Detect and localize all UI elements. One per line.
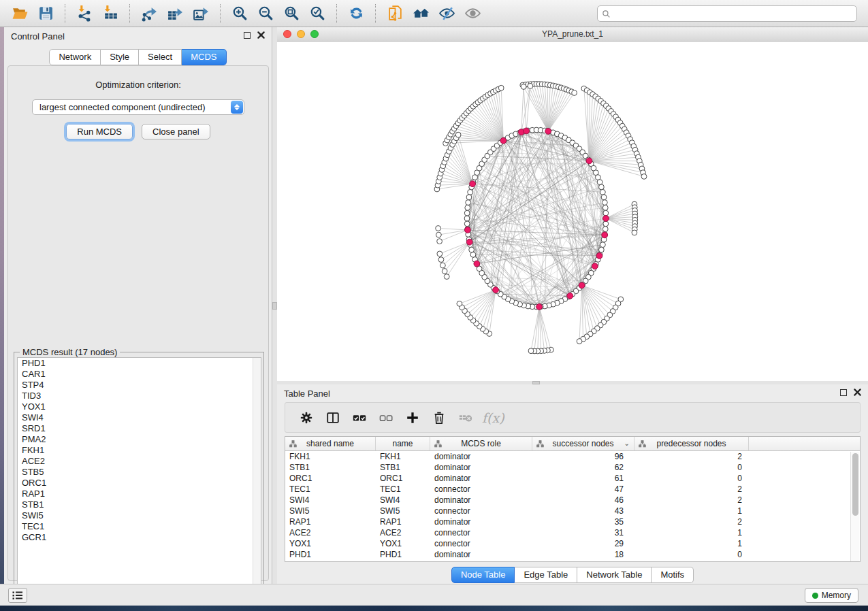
mcds-result-item[interactable]: STP4 bbox=[18, 380, 261, 391]
function-builder-icon[interactable]: f(x) bbox=[482, 410, 504, 425]
search-field[interactable] bbox=[597, 5, 857, 22]
network-graph[interactable] bbox=[277, 42, 868, 380]
desktop-wallpaper-bottom bbox=[0, 606, 868, 611]
criterion-dropdown[interactable]: largest connected component (undirected) bbox=[32, 99, 244, 115]
column-header-shared-name[interactable]: shared name bbox=[285, 437, 376, 450]
mcds-result-item[interactable]: YOX1 bbox=[18, 401, 261, 412]
mcds-result-item[interactable]: CAR1 bbox=[18, 369, 261, 380]
table-row[interactable]: PHD1PHD1dominator180 bbox=[285, 549, 860, 560]
table-row[interactable]: TEC1TEC1connector472 bbox=[285, 484, 860, 495]
mcds-result-item[interactable]: STB5 bbox=[18, 467, 261, 478]
table-scrollbar[interactable] bbox=[850, 452, 859, 561]
run-mcds-button[interactable]: Run MCDS bbox=[66, 124, 133, 139]
maximize-window-icon[interactable] bbox=[310, 30, 319, 38]
select-all-icon[interactable] bbox=[348, 408, 371, 428]
control-panel-tabs: Network Style Select MCDS bbox=[4, 49, 272, 65]
divider-handle[interactable] bbox=[272, 302, 277, 310]
table-row[interactable]: ORC1ORC1dominator610 bbox=[285, 473, 860, 484]
open-file-icon[interactable] bbox=[10, 3, 30, 24]
network-window-title: YPA_prune.txt_1 bbox=[542, 29, 603, 39]
table-cell: ACE2 bbox=[285, 528, 376, 538]
result-list-scrollbar[interactable] bbox=[253, 358, 261, 601]
delete-column-icon[interactable] bbox=[428, 408, 451, 428]
mcds-result-item[interactable]: PHD1 bbox=[18, 358, 261, 369]
tab-edge-table[interactable]: Edge Table bbox=[515, 567, 577, 583]
save-icon[interactable] bbox=[35, 3, 56, 24]
float-panel-icon[interactable] bbox=[840, 389, 847, 396]
mcds-result-item[interactable]: TEC1 bbox=[18, 521, 261, 532]
table-cell: 0 bbox=[634, 550, 749, 559]
import-network-icon[interactable] bbox=[74, 3, 95, 24]
zoom-fit-icon[interactable] bbox=[281, 3, 302, 24]
close-window-icon[interactable] bbox=[283, 30, 291, 38]
table-row[interactable]: ACE2ACE2connector311 bbox=[285, 527, 860, 538]
hide-eye-icon[interactable] bbox=[436, 3, 457, 24]
table-cell: SWI4 bbox=[285, 495, 376, 505]
float-panel-icon[interactable] bbox=[244, 32, 251, 39]
table-row[interactable]: SWI4SWI4dominator462 bbox=[285, 495, 860, 506]
memory-button[interactable]: Memory bbox=[805, 588, 858, 603]
mcds-result-item[interactable]: RAP1 bbox=[18, 489, 261, 499]
table-cell: connector bbox=[430, 539, 532, 548]
table-row[interactable]: STB1STB1dominator620 bbox=[285, 462, 860, 473]
column-header-MCDS-role[interactable]: MCDS role bbox=[430, 437, 532, 450]
deselect-all-icon[interactable] bbox=[374, 408, 398, 428]
search-input[interactable] bbox=[613, 9, 852, 18]
mcds-result-item[interactable]: ORC1 bbox=[18, 478, 261, 489]
network-window-titlebar[interactable]: YPA_prune.txt_1 bbox=[277, 27, 868, 42]
column-header-successor-nodes[interactable]: successor nodes⌄ bbox=[532, 437, 634, 450]
mcds-result-item[interactable]: SRD1 bbox=[18, 423, 261, 434]
export-network-icon[interactable] bbox=[139, 3, 159, 24]
table-cell: dominator bbox=[430, 452, 532, 461]
list-icon bbox=[12, 591, 23, 600]
export-image-icon[interactable] bbox=[191, 3, 211, 24]
home-networks-icon[interactable] bbox=[411, 3, 431, 24]
table-cell: RAP1 bbox=[376, 517, 430, 527]
mcds-result-item[interactable]: SWI5 bbox=[18, 510, 261, 521]
tab-node-table[interactable]: Node Table bbox=[451, 567, 515, 583]
zoom-in-icon[interactable] bbox=[229, 3, 250, 24]
table-row[interactable]: YOX1YOX1connector291 bbox=[285, 538, 860, 549]
close-panel-icon[interactable] bbox=[854, 389, 861, 396]
tab-network[interactable]: Network bbox=[49, 49, 101, 65]
delete-table-icon[interactable] bbox=[454, 408, 477, 428]
mcds-result-item[interactable]: TID3 bbox=[18, 391, 261, 401]
mcds-result-item[interactable]: FKH1 bbox=[18, 445, 261, 456]
tab-motifs[interactable]: Motifs bbox=[652, 567, 694, 583]
mcds-result-item[interactable]: ACE2 bbox=[18, 456, 261, 467]
vertical-split-divider[interactable] bbox=[272, 27, 277, 584]
add-column-icon[interactable] bbox=[401, 408, 424, 428]
refresh-icon[interactable] bbox=[346, 3, 366, 24]
table-row[interactable]: FKH1FKH1dominator962 bbox=[285, 451, 860, 462]
export-table-icon[interactable] bbox=[165, 3, 185, 24]
tab-network-table[interactable]: Network Table bbox=[577, 567, 652, 583]
mcds-result-item[interactable]: SWI4 bbox=[18, 412, 261, 423]
table-row[interactable]: RAP1RAP1dominator352 bbox=[285, 516, 860, 527]
mcds-result-item[interactable]: STB1 bbox=[18, 499, 261, 510]
network-canvas[interactable] bbox=[277, 42, 868, 380]
memory-label: Memory bbox=[822, 591, 851, 600]
column-header-name[interactable]: name bbox=[376, 437, 430, 450]
tab-style[interactable]: Style bbox=[101, 49, 139, 65]
table-row[interactable]: SWI5SWI5connector431 bbox=[285, 506, 860, 516]
task-history-button[interactable] bbox=[8, 588, 27, 603]
show-columns-icon[interactable] bbox=[321, 408, 344, 428]
mcds-result-item[interactable]: GCR1 bbox=[18, 532, 261, 543]
criterion-value: largest connected component (undirected) bbox=[39, 102, 206, 112]
mcds-result-list[interactable]: PHD1CAR1STP4TID3YOX1SWI4SRD1PMA2FKH1ACE2… bbox=[17, 357, 261, 601]
close-panel-icon[interactable] bbox=[257, 31, 265, 39]
tab-select[interactable]: Select bbox=[139, 49, 182, 65]
scrollbar-thumb[interactable] bbox=[852, 453, 858, 516]
mcds-result-item[interactable]: PMA2 bbox=[18, 434, 261, 445]
close-panel-button[interactable]: Close panel bbox=[142, 124, 210, 139]
table-cell: 2 bbox=[634, 484, 749, 494]
tab-mcds[interactable]: MCDS bbox=[182, 49, 226, 65]
minimize-window-icon[interactable] bbox=[297, 30, 305, 38]
show-eye-icon[interactable] bbox=[462, 3, 483, 24]
table-settings-gear-icon[interactable] bbox=[295, 408, 318, 428]
share-document-icon[interactable] bbox=[385, 3, 405, 24]
zoom-out-icon[interactable] bbox=[255, 3, 276, 24]
import-table-icon[interactable] bbox=[100, 3, 120, 24]
column-header-predecessor-nodes[interactable]: predecessor nodes bbox=[634, 437, 749, 450]
zoom-selected-icon[interactable] bbox=[307, 3, 327, 24]
